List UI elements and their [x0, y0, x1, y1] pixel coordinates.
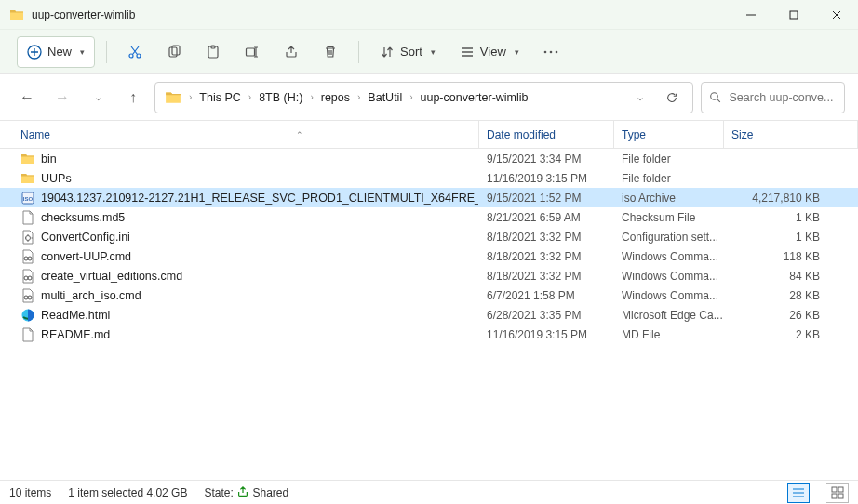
file-date: 8/21/2021 6:59 AM — [479, 207, 614, 227]
rename-button[interactable] — [235, 36, 269, 68]
cmd-icon — [20, 269, 35, 284]
search-input[interactable] — [729, 91, 837, 104]
svg-text:ISO: ISO — [23, 196, 34, 202]
folder-icon — [165, 89, 181, 106]
file-size: 2 KB — [724, 325, 858, 344]
file-date: 9/15/2021 1:52 PM — [479, 188, 614, 207]
breadcrumb[interactable]: uup-converter-wimlib — [417, 87, 532, 108]
svg-point-3 — [137, 54, 141, 58]
file-name: bin — [41, 153, 57, 166]
file-date: 11/16/2019 3:15 PM — [479, 325, 614, 344]
file-name: multi_arch_iso.cmd — [41, 289, 141, 302]
plus-circle-icon — [27, 45, 42, 60]
file-size — [724, 168, 858, 188]
refresh-button[interactable] — [657, 83, 687, 113]
column-type[interactable]: Type — [614, 121, 724, 148]
maximize-button[interactable] — [772, 0, 815, 30]
table-row[interactable]: bin9/15/2021 3:34 PMFile folder — [0, 149, 858, 168]
svg-point-9 — [544, 50, 547, 53]
file-type: File folder — [614, 168, 724, 188]
file-icon — [20, 327, 35, 342]
breadcrumb[interactable]: BatUtil — [364, 87, 406, 108]
file-list: bin9/15/2021 3:34 PMFile folderUUPs11/16… — [0, 149, 858, 480]
html-icon — [20, 308, 35, 323]
back-button[interactable]: ← — [13, 84, 41, 112]
list-icon — [460, 45, 475, 60]
file-size: 1 KB — [724, 207, 858, 227]
view-label: View — [480, 45, 506, 59]
chevron-down-icon: ▾ — [515, 47, 519, 57]
svg-point-12 — [711, 92, 718, 99]
file-type: Checksum File — [614, 207, 724, 227]
svg-point-11 — [556, 50, 558, 53]
copy-button[interactable] — [157, 36, 191, 68]
shared-icon — [236, 485, 249, 498]
file-date: 9/15/2021 3:34 PM — [479, 149, 614, 168]
forward-button[interactable]: → — [48, 84, 76, 112]
file-type: File folder — [614, 149, 724, 168]
column-size[interactable]: Size — [724, 121, 858, 148]
chevron-right-icon: › — [187, 92, 194, 102]
file-type: Microsoft Edge Ca... — [614, 305, 724, 325]
titlebar: uup-converter-wimlib — [0, 0, 858, 30]
new-button[interactable]: New ▾ — [17, 36, 95, 68]
table-row[interactable]: convert-UUP.cmd8/18/2021 3:32 PMWindows … — [0, 246, 858, 266]
view-button[interactable]: View ▾ — [450, 36, 529, 68]
share-button[interactable] — [275, 36, 308, 68]
file-name: ReadMe.html — [41, 309, 110, 322]
file-date: 8/18/2021 3:32 PM — [479, 246, 614, 266]
file-size: 118 KB — [724, 246, 858, 266]
breadcrumb[interactable]: 8TB (H:) — [255, 87, 306, 108]
file-name: README.md — [41, 328, 110, 341]
file-size: 4,217,810 KB — [724, 188, 858, 207]
item-count: 10 items — [9, 486, 51, 499]
chevron-right-icon: › — [308, 92, 315, 102]
nav-row: ← → ⌵ ↑ › This PC› 8TB (H:)› repos› BatU… — [0, 74, 858, 121]
table-row[interactable]: ISO19043.1237.210912-2127.21H1_RELEASE_S… — [0, 188, 858, 207]
paste-button[interactable] — [196, 36, 230, 68]
history-button[interactable]: ⌵ — [625, 83, 655, 113]
delete-button[interactable] — [314, 36, 347, 68]
chevron-down-icon: ▾ — [431, 47, 436, 57]
breadcrumb[interactable]: repos — [317, 87, 354, 108]
table-row[interactable]: README.md11/16/2019 3:15 PMMD File2 KB — [0, 325, 858, 344]
breadcrumb[interactable]: This PC — [195, 87, 244, 108]
sort-button[interactable]: Sort ▾ — [370, 36, 445, 68]
thumb-view-button[interactable] — [826, 483, 849, 503]
table-row[interactable]: ReadMe.html6/28/2021 3:35 PMMicrosoft Ed… — [0, 305, 858, 325]
svg-rect-26 — [838, 494, 843, 498]
table-row[interactable]: ConvertConfig.ini8/18/2021 3:32 PMConfig… — [0, 227, 858, 246]
folder-icon — [9, 7, 24, 22]
file-size: 28 KB — [724, 285, 858, 305]
column-date[interactable]: Date modified — [479, 121, 614, 148]
close-button[interactable] — [815, 0, 858, 30]
cmd-icon — [20, 249, 35, 264]
svg-point-2 — [129, 54, 133, 58]
file-name: 19043.1237.210912-2127.21H1_RELEASE_SVC_… — [41, 192, 479, 205]
column-name[interactable]: Name⌃ — [0, 121, 479, 148]
table-row[interactable]: create_virtual_editions.cmd8/18/2021 3:3… — [0, 266, 858, 285]
svg-rect-23 — [832, 487, 837, 492]
sort-icon — [380, 45, 395, 60]
more-button[interactable] — [534, 36, 568, 68]
minimize-button[interactable] — [730, 0, 772, 30]
details-view-button[interactable] — [787, 483, 810, 503]
copy-icon — [167, 45, 181, 60]
svg-rect-0 — [790, 11, 798, 19]
table-row[interactable]: UUPs11/16/2019 3:15 PMFile folder — [0, 168, 858, 188]
sort-label: Sort — [400, 45, 422, 59]
recent-button[interactable]: ⌵ — [84, 84, 112, 112]
file-size: 84 KB — [724, 266, 858, 285]
up-button[interactable]: ↑ — [119, 84, 147, 112]
cut-button[interactable] — [118, 36, 152, 68]
table-row[interactable]: multi_arch_iso.cmd6/7/2021 1:58 PMWindow… — [0, 285, 858, 305]
search-box[interactable] — [701, 82, 845, 113]
file-size — [724, 149, 858, 168]
file-type: Windows Comma... — [614, 266, 724, 285]
table-row[interactable]: checksums.md58/21/2021 6:59 AMChecksum F… — [0, 207, 858, 227]
address-bar[interactable]: › This PC› 8TB (H:)› repos› BatUtil› uup… — [154, 82, 693, 113]
file-name: convert-UUP.cmd — [41, 250, 131, 263]
file-type: Windows Comma... — [614, 285, 724, 305]
sort-asc-icon: ⌃ — [296, 130, 303, 139]
refresh-icon — [665, 91, 678, 104]
